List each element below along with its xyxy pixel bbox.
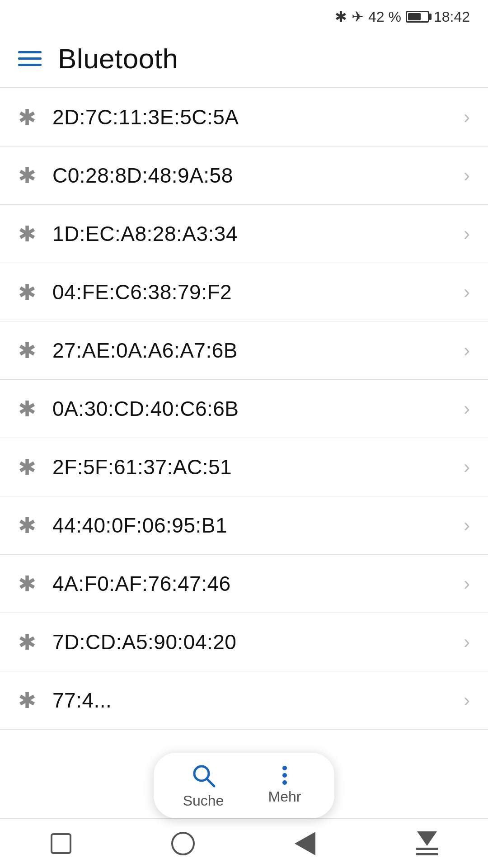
- download-icon: [416, 831, 438, 855]
- device-mac-address: C0:28:8D:48:9A:58: [52, 163, 447, 188]
- chevron-right-icon: ›: [464, 223, 470, 245]
- device-mac-address: 4A:F0:AF:76:47:46: [52, 571, 447, 596]
- chevron-right-icon: ›: [464, 689, 470, 711]
- device-mac-address: 1D:EC:A8:28:A3:34: [52, 222, 447, 246]
- bluetooth-icon: ✱: [18, 688, 36, 713]
- list-item[interactable]: ✱ 27:AE:0A:A6:A7:6B ›: [0, 321, 488, 380]
- nav-home-button[interactable]: [34, 826, 88, 862]
- status-icons: ✱ ✈ 42 % 18:42: [335, 8, 470, 25]
- device-mac-address: 27:AE:0A:A6:A7:6B: [52, 338, 447, 363]
- device-mac-address: 2D:7C:11:3E:5C:5A: [52, 105, 447, 129]
- bluetooth-icon: ✱: [18, 629, 36, 655]
- bluetooth-icon: ✱: [18, 338, 36, 363]
- search-icon: [190, 762, 217, 789]
- back-icon: [295, 832, 315, 855]
- list-item[interactable]: ✱ C0:28:8D:48:9A:58 ›: [0, 146, 488, 205]
- chevron-right-icon: ›: [464, 398, 470, 420]
- app-header: Bluetooth: [0, 30, 488, 88]
- hamburger-menu-button[interactable]: [18, 51, 42, 66]
- bluetooth-icon: ✱: [18, 454, 36, 480]
- bluetooth-status-icon: ✱: [335, 8, 347, 25]
- page-title: Bluetooth: [58, 42, 178, 75]
- battery-icon: [406, 11, 429, 23]
- bottom-popup: Suche Mehr: [154, 753, 334, 818]
- list-item[interactable]: ✱ 77:4... ›: [0, 671, 488, 730]
- device-mac-address: 0A:30:CD:40:C6:6B: [52, 396, 447, 421]
- chevron-right-icon: ›: [464, 573, 470, 594]
- list-item[interactable]: ✱ 2D:7C:11:3E:5C:5A ›: [0, 88, 488, 146]
- nav-download-button[interactable]: [400, 826, 454, 862]
- bluetooth-icon: ✱: [18, 513, 36, 538]
- circle-icon: [171, 832, 195, 855]
- list-item[interactable]: ✱ 4A:F0:AF:76:47:46 ›: [0, 555, 488, 613]
- chevron-right-icon: ›: [464, 631, 470, 653]
- airplane-mode-icon: ✈: [352, 8, 364, 25]
- chevron-right-icon: ›: [464, 340, 470, 361]
- chevron-right-icon: ›: [464, 456, 470, 478]
- bluetooth-icon: ✱: [18, 163, 36, 188]
- clock: 18:42: [434, 9, 470, 25]
- chevron-right-icon: ›: [464, 514, 470, 536]
- device-mac-address: 77:4...: [52, 688, 447, 712]
- list-item[interactable]: ✱ 2F:5F:61:37:AC:51 ›: [0, 438, 488, 496]
- bluetooth-icon: ✱: [18, 104, 36, 130]
- bluetooth-icon: ✱: [18, 221, 36, 246]
- battery-percentage: 42 %: [368, 9, 401, 25]
- nav-bar: [0, 818, 488, 868]
- device-mac-address: 2F:5F:61:37:AC:51: [52, 455, 447, 479]
- list-item[interactable]: ✱ 44:40:0F:06:95:B1 ›: [0, 496, 488, 555]
- more-dots-icon: [282, 766, 287, 785]
- list-item[interactable]: ✱ 04:FE:C6:38:79:F2 ›: [0, 263, 488, 321]
- device-mac-address: 44:40:0F:06:95:B1: [52, 513, 447, 538]
- search-button[interactable]: Suche: [181, 762, 226, 809]
- chevron-right-icon: ›: [464, 165, 470, 186]
- list-item[interactable]: ✱ 1D:EC:A8:28:A3:34 ›: [0, 205, 488, 263]
- list-item[interactable]: ✱ 0A:30:CD:40:C6:6B ›: [0, 380, 488, 438]
- chevron-right-icon: ›: [464, 281, 470, 303]
- search-label: Suche: [183, 793, 224, 809]
- bluetooth-icon: ✱: [18, 571, 36, 596]
- status-bar: ✱ ✈ 42 % 18:42: [0, 0, 488, 30]
- more-label: Mehr: [268, 788, 301, 805]
- svg-line-1: [207, 779, 214, 786]
- bluetooth-icon: ✱: [18, 279, 36, 305]
- square-icon: [51, 833, 71, 854]
- device-list: ✱ 2D:7C:11:3E:5C:5A › ✱ C0:28:8D:48:9A:5…: [0, 88, 488, 730]
- list-item[interactable]: ✱ 7D:CD:A5:90:04:20 ›: [0, 613, 488, 671]
- chevron-right-icon: ›: [464, 106, 470, 128]
- nav-recents-button[interactable]: [278, 826, 332, 862]
- nav-back-button[interactable]: [156, 826, 210, 862]
- bluetooth-icon: ✱: [18, 396, 36, 421]
- device-mac-address: 04:FE:C6:38:79:F2: [52, 280, 447, 304]
- more-button[interactable]: Mehr: [262, 766, 307, 805]
- device-mac-address: 7D:CD:A5:90:04:20: [52, 630, 447, 654]
